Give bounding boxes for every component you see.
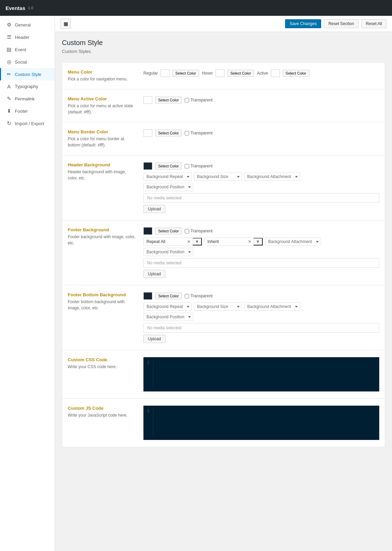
footer-background-controls: Select Color Transparent Repeat All [143, 227, 379, 278]
footer-bg-size-select[interactable]: Inherit [205, 238, 246, 245]
sidebar-item-header[interactable]: ☰ Header [0, 31, 55, 43]
menu-active-color-row: Select Color Transparent [143, 96, 379, 104]
regular-select-color-button[interactable]: Select Color [172, 70, 199, 77]
menu-border-color-desc: Pick a color for menu border at bottom (… [68, 136, 137, 148]
sidebar-item-event[interactable]: ▤ Event [0, 43, 55, 56]
menu-color-title: Menu Color [68, 69, 137, 75]
header-bg-size-select[interactable]: Background Size [194, 173, 242, 181]
menu-border-color-section: Menu Border Color Pick a color for menu … [62, 122, 385, 155]
sidebar-item-footer[interactable]: ⬇ Footer [0, 105, 55, 117]
menu-active-color-title: Menu Active Color [68, 96, 137, 101]
footer-background-section: Footer Background Footer background with… [62, 220, 385, 285]
custom-js-section: Custom JS Code Write your JavaScript cod… [62, 399, 385, 447]
save-changes-button[interactable]: Save Changes [285, 19, 321, 28]
active-color-swatch [271, 69, 280, 77]
sidebar-item-social[interactable]: ◎ Social [0, 56, 55, 68]
footer-bg-position-select[interactable]: Background Position [143, 248, 193, 256]
menu-border-color-title: Menu Border Color [68, 129, 137, 134]
header-bg-media-field: No media selected [143, 193, 379, 203]
toolbar-left: ▦ [61, 19, 71, 29]
footer-bottom-bg-transparent-checkbox[interactable] [185, 294, 189, 298]
footer-bottom-bg-repeat-select[interactable]: Background Repeat [143, 302, 192, 311]
typography-icon: A [6, 84, 12, 89]
header-bg-color-swatch [143, 162, 152, 170]
footer-bg-repeat-clear-button[interactable]: ✕ [185, 239, 193, 245]
regular-color-swatch [161, 69, 170, 77]
footer-bg-repeat-arrow-button[interactable]: ▼ [193, 238, 202, 245]
hover-select-color-button[interactable]: Select Color [227, 70, 254, 77]
footer-background-label: Footer Background Footer background with… [68, 227, 143, 246]
toolbar: ▦ Save Changes Reset Section Reset All [55, 16, 392, 32]
sidebar-item-typography[interactable]: A Typography [0, 80, 55, 92]
sidebar-item-import-export[interactable]: ↻ Import / Export [0, 117, 55, 130]
custom-js-editor: 1 [143, 406, 379, 440]
footer-bottom-background-label: Footer Bottom Background Footer bottom b… [68, 292, 143, 311]
footer-bottom-bg-select-color-button[interactable]: Select Color [155, 293, 182, 299]
header-background-title: Header Background [68, 162, 137, 167]
menu-active-color-section: Menu Active Color Pick a color for menu … [62, 89, 385, 122]
sidebar-label-header: Header [15, 35, 30, 40]
active-select-color-button[interactable]: Select Color [283, 70, 309, 77]
footer-bottom-bg-position-select[interactable]: Background Position [143, 313, 193, 321]
active-label: Active [257, 71, 268, 76]
sidebar-label-general: General [15, 22, 31, 27]
js-code-content[interactable] [157, 409, 376, 436]
menu-color-desc: Pick a color for navigation menu. [68, 76, 137, 82]
regular-label: Regular [143, 71, 158, 76]
footer-bottom-bg-upload-button[interactable]: Upload [143, 335, 165, 343]
custom-css-editor: 1 [143, 357, 379, 392]
footer-bg-upload-button[interactable]: Upload [143, 270, 165, 278]
header-bg-repeat-select[interactable]: Background Repeat [143, 173, 192, 181]
header-background-section: Header Background Header background with… [62, 155, 385, 220]
footer-bottom-bg-size-select[interactable]: Background Size [194, 302, 242, 311]
pencil-icon: ✏ [6, 71, 12, 77]
sidebar-label-footer: Footer [15, 109, 28, 114]
header-bg-position-select[interactable]: Background Position [143, 183, 193, 191]
sidebar-label-event: Event [15, 47, 26, 52]
menu-color-label: Menu Color Pick a color for navigation m… [68, 69, 143, 82]
reset-section-button[interactable]: Reset Section [324, 19, 359, 28]
custom-js-desc: Write your JavaScript code here. [68, 412, 137, 418]
header-bg-attachment-select[interactable]: Background Attachment [244, 173, 300, 181]
header-bg-transparent-checkbox[interactable] [185, 164, 189, 168]
custom-css-label: Custom CSS Code Write your CSS code here… [68, 357, 143, 370]
footer-bg-transparent-checkbox[interactable] [185, 229, 189, 233]
menu-active-color-swatch [143, 96, 152, 104]
footer-bg-repeat-dropdown: Repeat All ✕ ▼ [143, 238, 202, 246]
footer-bg-attachment-select[interactable]: Background Attachment [265, 238, 321, 246]
js-editor-inner: 1 [146, 409, 376, 436]
footer-background-title: Footer Background [68, 227, 137, 232]
custom-css-section: Custom CSS Code Write your CSS code here… [62, 350, 385, 399]
menu-color-section: Menu Color Pick a color for navigation m… [62, 63, 385, 89]
permalink-icon: ✎ [6, 96, 12, 102]
menu-active-transparent-checkbox[interactable] [185, 98, 189, 102]
menu-active-color-desc: Pick a color for menu at active state (d… [68, 103, 137, 115]
footer-bottom-background-controls: Select Color Transparent Background Repe… [143, 292, 379, 343]
grid-view-button[interactable]: ▦ [61, 19, 71, 29]
sidebar-label-typography: Typography [15, 84, 38, 89]
layout: ⚙ General ☰ Header ▤ Event ◎ Social ✏ Cu… [0, 16, 392, 551]
header-bg-upload-button[interactable]: Upload [143, 205, 165, 213]
css-code-content[interactable] [157, 360, 376, 388]
menu-border-select-color-button[interactable]: Select Color [155, 130, 182, 136]
footer-bottom-bg-dropdown-row1: Background Repeat Background Size Backgr… [143, 302, 379, 311]
footer-icon: ⬇ [6, 108, 12, 114]
page-title: Custom Style [62, 39, 385, 47]
sidebar-item-custom-style[interactable]: ✏ Custom Style [0, 68, 55, 80]
footer-bg-size-arrow-button[interactable]: ▼ [253, 238, 263, 245]
menu-active-select-color-button[interactable]: Select Color [155, 97, 182, 103]
sidebar-item-general[interactable]: ⚙ General [0, 19, 55, 31]
header-bg-select-color-button[interactable]: Select Color [155, 163, 182, 169]
reset-all-button[interactable]: Reset All [361, 19, 386, 28]
header-bg-dropdown-row1: Background Repeat Background Size Backgr… [143, 173, 379, 181]
menu-border-transparent-checkbox[interactable] [185, 131, 189, 135]
footer-bg-size-clear-button[interactable]: ✕ [246, 239, 253, 245]
sidebar-item-permalink[interactable]: ✎ Permalink [0, 92, 55, 105]
footer-bg-repeat-select[interactable]: Repeat All [144, 238, 185, 245]
footer-bg-dropdown-row2: Background Position [143, 248, 379, 256]
footer-bg-transparent-label: Transparent [185, 229, 213, 233]
sidebar-label-import-export: Import / Export [15, 121, 44, 126]
footer-bottom-bg-color-row: Select Color Transparent [143, 292, 379, 300]
footer-bottom-bg-attachment-select[interactable]: Background Attachment [244, 302, 300, 311]
footer-bg-select-color-button[interactable]: Select Color [155, 228, 182, 234]
